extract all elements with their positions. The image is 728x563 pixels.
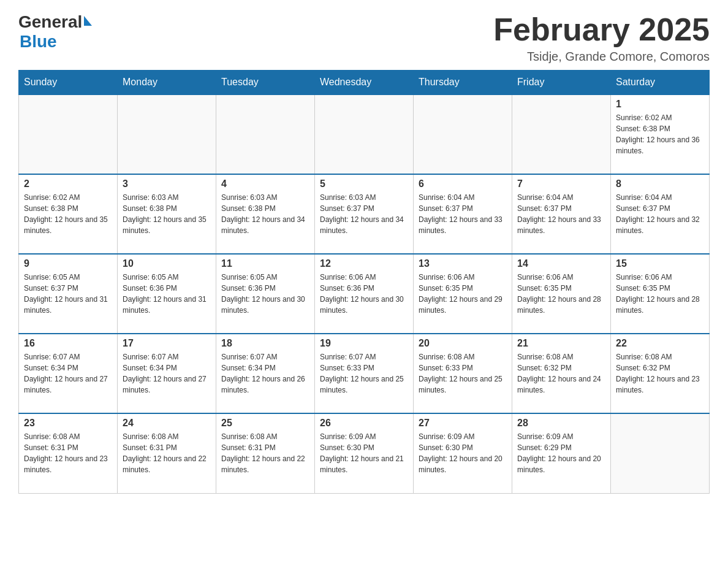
day-info: Sunrise: 6:06 AM Sunset: 6:35 PM Dayligh… bbox=[616, 272, 704, 316]
calendar-day-cell bbox=[512, 94, 611, 174]
calendar-day-cell: 18Sunrise: 6:07 AM Sunset: 6:34 PM Dayli… bbox=[216, 334, 315, 413]
day-number: 26 bbox=[320, 418, 408, 429]
calendar-day-cell: 10Sunrise: 6:05 AM Sunset: 6:36 PM Dayli… bbox=[118, 254, 216, 334]
day-info: Sunrise: 6:04 AM Sunset: 6:37 PM Dayligh… bbox=[616, 192, 704, 236]
day-number: 12 bbox=[320, 258, 408, 269]
calendar-day-cell: 5Sunrise: 6:03 AM Sunset: 6:37 PM Daylig… bbox=[315, 174, 414, 254]
day-info: Sunrise: 6:06 AM Sunset: 6:36 PM Dayligh… bbox=[320, 272, 408, 316]
calendar-day-cell: 27Sunrise: 6:09 AM Sunset: 6:30 PM Dayli… bbox=[414, 413, 512, 493]
calendar-day-cell bbox=[611, 413, 710, 493]
calendar-day-cell: 2Sunrise: 6:02 AM Sunset: 6:38 PM Daylig… bbox=[19, 174, 118, 254]
day-number: 21 bbox=[517, 338, 605, 349]
day-number: 17 bbox=[123, 338, 211, 349]
page-header: General Blue February 2025 Tsidje, Grand… bbox=[18, 12, 710, 64]
calendar-week-row: 16Sunrise: 6:07 AM Sunset: 6:34 PM Dayli… bbox=[19, 334, 710, 413]
day-info: Sunrise: 6:07 AM Sunset: 6:34 PM Dayligh… bbox=[24, 351, 112, 396]
calendar-day-cell: 17Sunrise: 6:07 AM Sunset: 6:34 PM Dayli… bbox=[118, 334, 216, 413]
day-number: 28 bbox=[517, 418, 605, 429]
day-info: Sunrise: 6:04 AM Sunset: 6:37 PM Dayligh… bbox=[419, 192, 507, 236]
day-number: 5 bbox=[320, 178, 408, 190]
location-subtitle: Tsidje, Grande Comore, Comoros bbox=[493, 50, 710, 64]
calendar-day-cell: 22Sunrise: 6:08 AM Sunset: 6:32 PM Dayli… bbox=[611, 334, 710, 413]
title-section: February 2025 Tsidje, Grande Comore, Com… bbox=[493, 12, 710, 64]
day-number: 18 bbox=[221, 338, 309, 349]
calendar-day-cell bbox=[216, 94, 315, 174]
calendar-day-cell: 14Sunrise: 6:06 AM Sunset: 6:35 PM Dayli… bbox=[512, 254, 611, 334]
calendar-day-cell: 13Sunrise: 6:06 AM Sunset: 6:35 PM Dayli… bbox=[414, 254, 512, 334]
day-info: Sunrise: 6:07 AM Sunset: 6:34 PM Dayligh… bbox=[221, 351, 309, 396]
calendar-week-row: 2Sunrise: 6:02 AM Sunset: 6:38 PM Daylig… bbox=[19, 174, 710, 254]
calendar-day-cell: 3Sunrise: 6:03 AM Sunset: 6:38 PM Daylig… bbox=[118, 174, 216, 254]
calendar-day-header: Friday bbox=[512, 71, 611, 95]
calendar-day-cell: 11Sunrise: 6:05 AM Sunset: 6:36 PM Dayli… bbox=[216, 254, 315, 334]
day-info: Sunrise: 6:06 AM Sunset: 6:35 PM Dayligh… bbox=[517, 272, 605, 316]
day-number: 10 bbox=[123, 258, 211, 269]
logo: General Blue bbox=[18, 12, 92, 52]
calendar-day-cell: 26Sunrise: 6:09 AM Sunset: 6:30 PM Dayli… bbox=[315, 413, 414, 493]
day-info: Sunrise: 6:03 AM Sunset: 6:38 PM Dayligh… bbox=[221, 192, 309, 236]
calendar-day-header: Monday bbox=[118, 71, 216, 95]
calendar-day-cell bbox=[315, 94, 414, 174]
day-info: Sunrise: 6:08 AM Sunset: 6:31 PM Dayligh… bbox=[123, 431, 211, 475]
calendar-day-cell: 9Sunrise: 6:05 AM Sunset: 6:37 PM Daylig… bbox=[19, 254, 118, 334]
calendar-day-header: Saturday bbox=[611, 71, 710, 95]
day-number: 20 bbox=[419, 338, 507, 349]
day-number: 22 bbox=[616, 338, 704, 349]
day-number: 7 bbox=[517, 178, 605, 190]
day-info: Sunrise: 6:07 AM Sunset: 6:34 PM Dayligh… bbox=[123, 351, 211, 396]
calendar-day-cell: 1Sunrise: 6:02 AM Sunset: 6:38 PM Daylig… bbox=[611, 94, 710, 174]
calendar-day-cell: 24Sunrise: 6:08 AM Sunset: 6:31 PM Dayli… bbox=[118, 413, 216, 493]
day-number: 15 bbox=[616, 258, 704, 269]
calendar-week-row: 23Sunrise: 6:08 AM Sunset: 6:31 PM Dayli… bbox=[19, 413, 710, 493]
calendar-day-cell: 28Sunrise: 6:09 AM Sunset: 6:29 PM Dayli… bbox=[512, 413, 611, 493]
month-title: February 2025 bbox=[493, 12, 710, 47]
calendar-header-row: SundayMondayTuesdayWednesdayThursdayFrid… bbox=[19, 71, 710, 95]
logo-arrow-icon bbox=[84, 16, 92, 26]
logo-general-text: General bbox=[18, 12, 82, 32]
day-number: 19 bbox=[320, 338, 408, 349]
calendar-day-header: Tuesday bbox=[216, 71, 315, 95]
calendar-day-cell: 6Sunrise: 6:04 AM Sunset: 6:37 PM Daylig… bbox=[414, 174, 512, 254]
calendar-day-cell: 20Sunrise: 6:08 AM Sunset: 6:33 PM Dayli… bbox=[414, 334, 512, 413]
day-info: Sunrise: 6:09 AM Sunset: 6:30 PM Dayligh… bbox=[419, 431, 507, 475]
day-info: Sunrise: 6:09 AM Sunset: 6:30 PM Dayligh… bbox=[320, 431, 408, 475]
day-info: Sunrise: 6:08 AM Sunset: 6:33 PM Dayligh… bbox=[419, 351, 507, 396]
logo-blue-text: Blue bbox=[20, 32, 57, 51]
day-info: Sunrise: 6:03 AM Sunset: 6:37 PM Dayligh… bbox=[320, 192, 408, 236]
day-number: 4 bbox=[221, 178, 309, 190]
calendar-day-cell: 15Sunrise: 6:06 AM Sunset: 6:35 PM Dayli… bbox=[611, 254, 710, 334]
day-info: Sunrise: 6:08 AM Sunset: 6:31 PM Dayligh… bbox=[24, 431, 112, 475]
day-info: Sunrise: 6:05 AM Sunset: 6:36 PM Dayligh… bbox=[221, 272, 309, 316]
day-number: 11 bbox=[221, 258, 309, 269]
day-number: 13 bbox=[419, 258, 507, 269]
day-number: 27 bbox=[419, 418, 507, 429]
day-number: 25 bbox=[221, 418, 309, 429]
day-number: 14 bbox=[517, 258, 605, 269]
day-number: 9 bbox=[24, 258, 112, 269]
calendar-day-header: Sunday bbox=[19, 71, 118, 95]
day-number: 23 bbox=[24, 418, 112, 429]
day-number: 6 bbox=[419, 178, 507, 190]
calendar-day-cell: 12Sunrise: 6:06 AM Sunset: 6:36 PM Dayli… bbox=[315, 254, 414, 334]
calendar-day-cell: 16Sunrise: 6:07 AM Sunset: 6:34 PM Dayli… bbox=[19, 334, 118, 413]
day-info: Sunrise: 6:04 AM Sunset: 6:37 PM Dayligh… bbox=[517, 192, 605, 236]
calendar-day-cell bbox=[414, 94, 512, 174]
day-number: 8 bbox=[616, 178, 704, 190]
calendar-day-cell: 7Sunrise: 6:04 AM Sunset: 6:37 PM Daylig… bbox=[512, 174, 611, 254]
day-number: 2 bbox=[24, 178, 112, 190]
calendar-day-header: Wednesday bbox=[315, 71, 414, 95]
calendar-week-row: 1Sunrise: 6:02 AM Sunset: 6:38 PM Daylig… bbox=[19, 94, 710, 174]
calendar-day-cell: 4Sunrise: 6:03 AM Sunset: 6:38 PM Daylig… bbox=[216, 174, 315, 254]
calendar-week-row: 9Sunrise: 6:05 AM Sunset: 6:37 PM Daylig… bbox=[19, 254, 710, 334]
day-info: Sunrise: 6:08 AM Sunset: 6:32 PM Dayligh… bbox=[517, 351, 605, 396]
day-number: 1 bbox=[616, 99, 704, 110]
day-info: Sunrise: 6:05 AM Sunset: 6:36 PM Dayligh… bbox=[123, 272, 211, 316]
day-info: Sunrise: 6:05 AM Sunset: 6:37 PM Dayligh… bbox=[24, 272, 112, 316]
calendar-day-cell: 23Sunrise: 6:08 AM Sunset: 6:31 PM Dayli… bbox=[19, 413, 118, 493]
calendar-day-cell: 8Sunrise: 6:04 AM Sunset: 6:37 PM Daylig… bbox=[611, 174, 710, 254]
day-info: Sunrise: 6:09 AM Sunset: 6:29 PM Dayligh… bbox=[517, 431, 605, 475]
calendar-day-cell bbox=[118, 94, 216, 174]
calendar-day-cell: 25Sunrise: 6:08 AM Sunset: 6:31 PM Dayli… bbox=[216, 413, 315, 493]
day-number: 16 bbox=[24, 338, 112, 349]
day-info: Sunrise: 6:06 AM Sunset: 6:35 PM Dayligh… bbox=[419, 272, 507, 316]
